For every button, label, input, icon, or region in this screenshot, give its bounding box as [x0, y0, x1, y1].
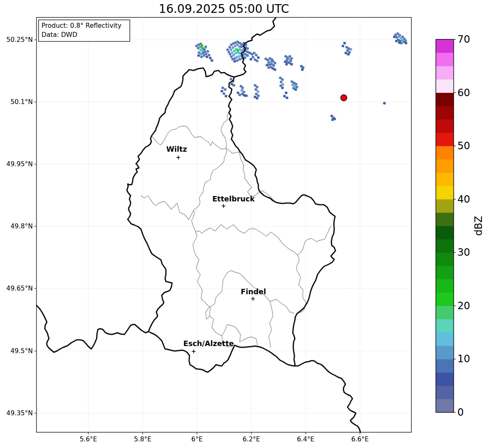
colorbar-tick-label: 50 [457, 140, 470, 152]
colorbar-segment [436, 399, 454, 412]
colorbar-segment [436, 239, 454, 253]
colorbar-segment [436, 252, 454, 266]
colorbar-segment [436, 199, 454, 213]
x-tick-label: 6.4°E [297, 436, 314, 443]
colorbar-tick-label: 0 [457, 407, 464, 418]
colorbar-segment [436, 305, 454, 319]
info-box: Product: 0.8° Reflectivity Data: DWD [39, 20, 130, 41]
colorbar-segment [436, 212, 454, 226]
colorbar-segment [436, 133, 454, 146]
radar-figure: 16.09.2025 05:00 UTC 5.6°E5.8°E6°E6.2°E6… [0, 0, 491, 448]
y-tick-label: 49.65°N [6, 285, 33, 292]
x-tick-label: 5.6°E [80, 436, 97, 443]
colorbar-segment [436, 79, 454, 93]
city-label: Ettelbruck [212, 195, 255, 203]
x-tick-label: 5.8°E [134, 436, 151, 443]
colorbar-segment [436, 119, 454, 133]
colorbar-tick-label: 70 [457, 34, 470, 45]
y-tick-label: 50.25°N [6, 36, 33, 44]
colorbar-segment [436, 66, 454, 80]
colorbar-axis-label: dBZ [473, 216, 484, 236]
y-tick-label: 50.1°N [10, 98, 33, 106]
colorbar-segment [436, 385, 454, 399]
radar-site-dot [341, 95, 347, 101]
colorbar-segment [436, 319, 454, 333]
x-tick-label: 6.6°E [351, 436, 369, 443]
colorbar-segment [436, 172, 454, 186]
y-tick-label: 49.8°N [10, 223, 33, 230]
colorbar-segment [436, 359, 454, 373]
info-product-line: Product: 0.8° Reflectivity [41, 22, 122, 29]
y-tick-label: 49.35°N [6, 409, 33, 417]
colorbar-segment [436, 53, 454, 66]
colorbar-tick-label: 40 [457, 194, 470, 205]
colorbar-segment [436, 92, 454, 106]
x-tick-label: 6°E [191, 436, 202, 443]
radar-map-svg: 16.09.2025 05:00 UTC 5.6°E5.8°E6°E6.2°E6… [0, 0, 491, 448]
colorbar-segment [436, 159, 454, 173]
colorbar-segment [436, 346, 454, 359]
colorbar-segment [436, 372, 454, 386]
colorbar-segment [436, 292, 454, 306]
colorbar-tick-label: 10 [457, 353, 470, 365]
figure-title: 16.09.2025 05:00 UTC [159, 2, 289, 16]
city-label: Findel [241, 288, 266, 296]
colorbar-tick-label: 60 [457, 87, 470, 99]
colorbar-segment [436, 266, 454, 279]
city-label: Wiltz [166, 145, 187, 153]
city-label: Esch/Alzette [183, 339, 234, 348]
info-source-line: Data: DWD [41, 31, 77, 39]
y-tick-label: 49.95°N [6, 160, 33, 168]
y-tick-label: 49.5°N [10, 347, 33, 355]
colorbar-tick-label: 30 [457, 247, 470, 258]
colorbar-segment [436, 279, 454, 293]
colorbar-segment [436, 332, 454, 346]
x-tick-label: 6.2°E [243, 436, 260, 443]
colorbar-tick-label: 20 [457, 300, 470, 312]
colorbar-segment [436, 106, 454, 119]
colorbar-segment [436, 39, 454, 53]
colorbar-segment [436, 226, 454, 240]
plot-frame [36, 17, 411, 432]
colorbar-segment [436, 146, 454, 160]
colorbar-segment [436, 186, 454, 199]
radar-site-marker [341, 95, 347, 101]
